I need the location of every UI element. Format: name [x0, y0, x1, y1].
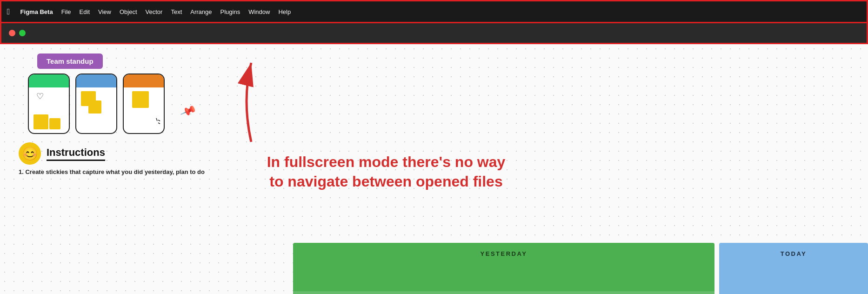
- menubar-vector[interactable]: Vector: [146, 8, 163, 15]
- menubar-edit[interactable]: Edit: [80, 8, 90, 15]
- svg-line-1: [158, 120, 160, 121]
- standup-label: Team standup: [37, 53, 103, 69]
- today-card: TODAY: [719, 243, 868, 294]
- figma-content-panel: Team standup ♡: [0, 44, 233, 294]
- yesterday-label: YESTERDAY: [481, 250, 527, 257]
- traffic-lights-row: [0, 23, 868, 44]
- maximize-button[interactable]: [19, 30, 26, 36]
- menubar-app-name[interactable]: Figma Beta: [20, 8, 53, 15]
- annotation-text: In fullscreen mode there's no way to nav…: [267, 153, 506, 191]
- annotation-line1: In fullscreen mode there's no way: [267, 154, 506, 170]
- instructions-title: Instructions: [47, 147, 105, 161]
- menubar-text[interactable]: Text: [171, 8, 182, 15]
- menubar:  Figma Beta File Edit View Object Vecto…: [0, 0, 868, 23]
- bottom-cards: YESTERDAY TODAY: [293, 243, 868, 294]
- sticky-note-3a: [132, 91, 149, 108]
- menubar-plugins[interactable]: Plugins: [220, 8, 240, 15]
- bottom-stripe: [293, 291, 714, 294]
- sticky-note-2b: [88, 100, 101, 114]
- menubar-view[interactable]: View: [98, 8, 111, 15]
- instructions-section: 😊 Instructions: [19, 142, 223, 165]
- phone-mockup-3: [123, 74, 165, 134]
- sticky-note-1a: [33, 114, 48, 129]
- sparkle-lines-icon: [152, 117, 161, 127]
- svg-line-2: [158, 123, 160, 124]
- yesterday-card: YESTERDAY: [293, 243, 714, 294]
- phone-mockup-2: [75, 74, 117, 134]
- heart-icon: ♡: [36, 91, 44, 101]
- phone2-header: [76, 74, 116, 87]
- sticky-note-1b: [49, 118, 60, 129]
- menubar-file[interactable]: File: [61, 8, 71, 15]
- instructions-step1: 1. Create stickies that capture what you…: [19, 168, 223, 175]
- phone3-header: [124, 74, 164, 87]
- menubar-window[interactable]: Window: [248, 8, 270, 15]
- svg-line-0: [156, 118, 157, 121]
- menubar-help[interactable]: Help: [278, 8, 291, 15]
- annotation-area: In fullscreen mode there's no way to nav…: [223, 44, 549, 216]
- phone-mockups-row: ♡: [28, 74, 223, 134]
- phone1-header: [29, 74, 69, 87]
- apple-icon: : [7, 7, 10, 17]
- close-button[interactable]: [9, 30, 15, 36]
- smiley-icon: 😊: [19, 142, 41, 165]
- main-canvas: Team standup ♡: [0, 44, 868, 294]
- annotation-line2: to navigate between opened files: [269, 173, 502, 190]
- menubar-object[interactable]: Object: [120, 8, 137, 15]
- today-label: TODAY: [781, 250, 807, 257]
- phone-mockup-1: ♡: [28, 74, 70, 134]
- menubar-arrange[interactable]: Arrange: [190, 8, 212, 15]
